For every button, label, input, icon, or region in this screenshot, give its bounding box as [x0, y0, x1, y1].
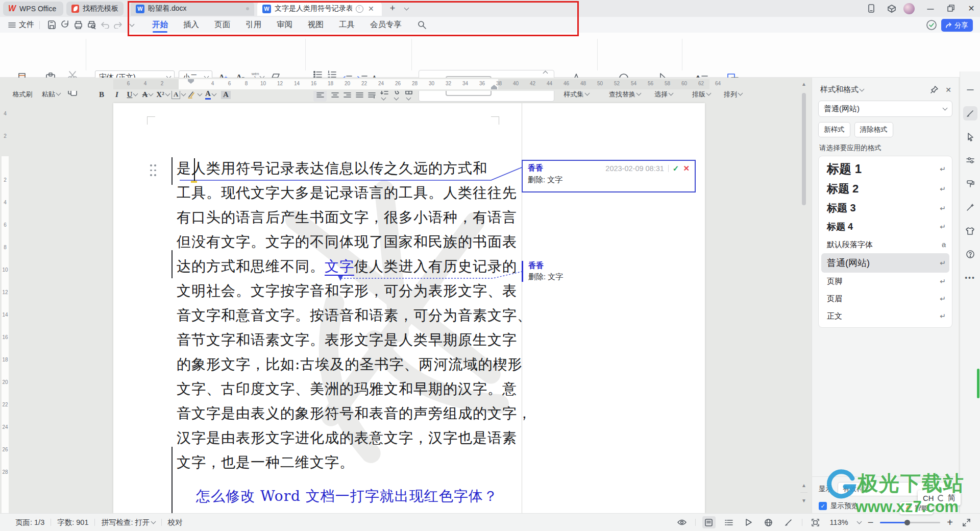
- cloud-upload-icon[interactable]: [356, 5, 363, 13]
- style-list-item[interactable]: 标题 3 ↵: [819, 199, 952, 218]
- style-list-item[interactable]: 正文 ↵: [819, 307, 952, 325]
- skin-shirt-icon[interactable]: [963, 224, 977, 238]
- app-tab-wps[interactable]: W WPS Office: [3, 2, 63, 16]
- align-left-button[interactable]: [313, 89, 327, 102]
- save-button[interactable]: [45, 19, 58, 31]
- minimize-button[interactable]: [922, 0, 939, 17]
- fullscreen-button[interactable]: [960, 516, 973, 528]
- tab-list-chevron[interactable]: [400, 0, 411, 17]
- more-options-icon[interactable]: •••: [963, 271, 977, 285]
- print-preview-button[interactable]: [85, 19, 98, 31]
- mobile-view-icon[interactable]: [863, 0, 880, 17]
- saved-status-icon[interactable]: [926, 19, 937, 31]
- scroll-up-arrow[interactable]: ▲: [800, 80, 808, 88]
- document-text[interactable]: 是人类用符号记录表达信息以传之久远的方式和工具。现代文字大多是记录语言的工具。人…: [177, 156, 505, 509]
- web-view-button[interactable]: [762, 516, 775, 528]
- menu-item[interactable]: 会员专享: [370, 17, 402, 33]
- vertical-ruler[interactable]: 42 246810121416182022242628: [0, 91, 10, 513]
- panel-close-icon[interactable]: ✕: [945, 86, 951, 94]
- divider: [597, 39, 598, 70]
- new-style-button[interactable]: 新样式: [818, 122, 850, 137]
- doc-line-with-insertion: 达的方式和思维不同。文字使人类进入有历史记录的: [177, 254, 505, 279]
- collapse-panel-icon[interactable]: [963, 83, 977, 97]
- show-preview-checkbox[interactable]: ✓: [819, 502, 827, 510]
- justify-button[interactable]: [356, 92, 363, 99]
- current-style-dropdown[interactable]: 普通(网站): [818, 101, 952, 117]
- document-tab-1[interactable]: W 盼望着.docx: [131, 2, 254, 16]
- menu-item[interactable]: 视图: [308, 17, 324, 33]
- app-tab-label: WPS Office: [19, 5, 56, 13]
- toolbar-collapse-chevron[interactable]: [125, 19, 138, 31]
- style-list-item[interactable]: 标题 4 ↵: [819, 218, 952, 236]
- comment-card-1[interactable]: 香香 2023-02-09 08:31 ✓ ✕ 删除: 文字: [522, 160, 696, 192]
- annotate-pen-button[interactable]: [782, 516, 795, 528]
- workspace-cube-icon[interactable]: [883, 0, 900, 17]
- accept-change-button[interactable]: ✓: [673, 164, 679, 173]
- menu-item[interactable]: 插入: [183, 17, 199, 33]
- document-tab-2-active[interactable]: W 文字是人类用符号记录表达信息 ✕: [257, 2, 382, 16]
- new-tab-button[interactable]: +: [384, 0, 401, 17]
- file-menu[interactable]: 文件: [8, 20, 34, 30]
- previous-page-button[interactable]: ▲: [800, 481, 808, 489]
- margin-crop-mark: [491, 116, 499, 125]
- menu-item[interactable]: 引用: [246, 17, 261, 33]
- align-center-button[interactable]: [331, 92, 339, 99]
- scroll-position-marker: [977, 369, 979, 398]
- menu-item[interactable]: 页面: [214, 17, 230, 33]
- docer-tab-label: 找稻壳模板: [83, 4, 118, 13]
- proofread-button[interactable]: 校对: [168, 518, 183, 527]
- undo-button[interactable]: [98, 19, 111, 31]
- magic-wand-icon[interactable]: [963, 200, 977, 214]
- ime-indicator[interactable]: CH 简: [918, 490, 961, 505]
- close-button[interactable]: ✕: [963, 0, 980, 17]
- zoom-slider[interactable]: [880, 522, 940, 523]
- scrollbar-thumb[interactable]: [802, 93, 806, 205]
- page-view-button[interactable]: [702, 516, 716, 528]
- help-icon[interactable]: [963, 247, 977, 261]
- tab-close-icon[interactable]: ✕: [368, 5, 374, 13]
- menu-item[interactable]: 工具: [339, 17, 355, 33]
- share-button[interactable]: 分享: [941, 19, 973, 32]
- ribbon-search-icon[interactable]: [415, 19, 428, 31]
- style-list-item[interactable]: 普通(网站) ↵: [821, 253, 949, 273]
- user-avatar[interactable]: [900, 0, 918, 17]
- spellcheck-status[interactable]: 拼写检查: 打开: [101, 518, 155, 527]
- clear-format-button[interactable]: 清除格式: [854, 122, 893, 137]
- vruler-main-numbers: 246810121416182022242628: [0, 168, 10, 483]
- adjust-sliders-icon[interactable]: [963, 153, 977, 167]
- menu-item[interactable]: 审阅: [277, 17, 292, 33]
- style-list-item[interactable]: 页脚 ↵: [819, 273, 952, 290]
- comment-card-2[interactable]: 香香 删除: 文字: [522, 261, 624, 282]
- zoom-in-button[interactable]: +: [947, 517, 953, 528]
- style-list-item[interactable]: 标题 1 ↵: [819, 159, 952, 179]
- menu-item[interactable]: 开始: [152, 17, 168, 33]
- format-roller-icon[interactable]: [963, 177, 977, 191]
- edit-pencil-icon[interactable]: [963, 106, 977, 120]
- outline-view-button[interactable]: [722, 516, 736, 528]
- style-list-item[interactable]: 标题 2 ↵: [819, 179, 952, 199]
- docer-template-tab[interactable]: 找稻壳模板: [66, 2, 124, 16]
- zoom-slider-thumb[interactable]: [904, 520, 910, 525]
- zoom-percent[interactable]: 113%: [829, 518, 849, 526]
- select-cursor-icon[interactable]: [963, 130, 977, 144]
- vertical-scrollbar[interactable]: ▲ ▲ ▼: [798, 78, 810, 513]
- next-page-button[interactable]: ▼: [800, 496, 808, 504]
- print-button[interactable]: [71, 19, 85, 31]
- reading-eye-icon[interactable]: [675, 516, 689, 528]
- reject-change-button[interactable]: ✕: [683, 164, 690, 173]
- restore-button[interactable]: [942, 0, 960, 17]
- play-presentation-button[interactable]: [742, 516, 755, 528]
- distribute-button[interactable]: [368, 92, 376, 99]
- export-pdf-button[interactable]: [58, 19, 71, 31]
- style-list-item[interactable]: 默认段落字体 a: [819, 236, 952, 253]
- redo-button[interactable]: [111, 19, 125, 31]
- paragraph-drag-handle[interactable]: [150, 164, 157, 178]
- page-indicator[interactable]: 页面: 1/3: [15, 518, 44, 527]
- fit-page-button[interactable]: [809, 516, 822, 528]
- pin-icon[interactable]: [930, 86, 938, 93]
- word-count[interactable]: 字数: 901: [57, 518, 88, 527]
- zoom-out-button[interactable]: −: [868, 517, 874, 528]
- style-list-item[interactable]: 页眉 ↵: [819, 290, 952, 307]
- zoom-chevron[interactable]: [856, 519, 862, 524]
- align-right-button[interactable]: [344, 92, 351, 99]
